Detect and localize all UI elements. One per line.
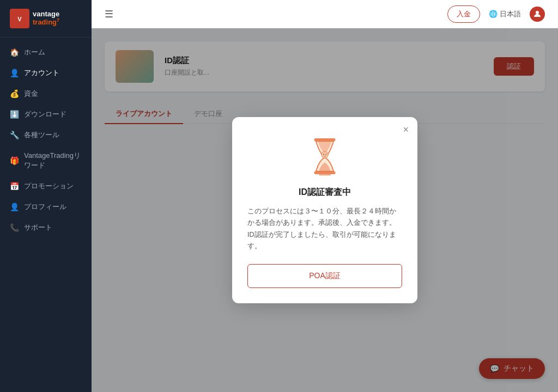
modal-close-button[interactable]: × <box>403 125 409 134</box>
sidebar-item-promotions[interactable]: 📅 プロモーション <box>0 176 92 197</box>
sidebar-logo[interactable]: V vantage trading7 <box>0 0 92 38</box>
svg-rect-8 <box>319 174 330 176</box>
sidebar-item-label: 資金 <box>24 89 38 99</box>
svg-point-7 <box>325 154 326 155</box>
globe-icon: 🌐 <box>489 10 498 18</box>
poa-button[interactable]: POA認証 <box>247 264 402 288</box>
sidebar-item-label: ダウンロード <box>24 109 66 119</box>
sidebar-item-label: アカウント <box>24 68 59 78</box>
sidebar-item-rewards[interactable]: 🎁 VantageTradingリワード <box>0 145 92 176</box>
promotions-icon: 📅 <box>10 182 19 191</box>
sidebar-item-label: サポート <box>24 223 52 232</box>
svg-text:V: V <box>17 16 22 22</box>
support-icon: 📞 <box>10 223 19 232</box>
sidebar: V vantage trading7 🏠 ホーム 👤 アカウント 💰 資金 ⬇️… <box>0 0 92 392</box>
content-area: ID認証 口座開設と取... 認証 ライブアカウント デモ口座 vantage7… <box>92 28 558 392</box>
sidebar-item-home[interactable]: 🏠 ホーム <box>0 42 92 63</box>
sidebar-nav: 🏠 ホーム 👤 アカウント 💰 資金 ⬇️ ダウンロード 🔧 各種ツール 🎁 V… <box>0 38 92 392</box>
topbar-left: ☰ <box>105 8 113 20</box>
main-area: ☰ 入金 🌐 日本語 ID認証 口座開設と取... 認証 <box>92 0 558 392</box>
sidebar-item-account[interactable]: 👤 アカウント <box>0 63 92 83</box>
svg-point-2 <box>536 11 539 14</box>
sidebar-item-profile[interactable]: 👤 プロフィール <box>0 197 92 217</box>
hourglass-icon-container <box>247 134 402 178</box>
profile-icon: 👤 <box>10 203 19 211</box>
sidebar-item-download[interactable]: ⬇️ ダウンロード <box>0 104 92 125</box>
sidebar-item-tools[interactable]: 🔧 各種ツール <box>0 125 92 145</box>
sidebar-item-label: プロモーション <box>24 181 74 191</box>
topbar-right: 入金 🌐 日本語 <box>447 5 545 23</box>
modal-overlay[interactable]: × <box>92 28 558 392</box>
logo-icon: V <box>10 9 29 28</box>
tools-icon: 🔧 <box>10 131 19 139</box>
deposit-button[interactable]: 入金 <box>447 5 480 23</box>
rewards-icon: 🎁 <box>10 156 19 165</box>
modal-title: ID認証審査中 <box>247 187 402 198</box>
logo-text: vantage trading7 <box>33 10 59 27</box>
logo-bottom: trading7 <box>33 18 59 27</box>
language-selector[interactable]: 🌐 日本語 <box>489 9 521 19</box>
sidebar-item-label: プロフィール <box>24 202 66 212</box>
id-verification-modal: × <box>232 117 417 303</box>
download-icon: ⬇️ <box>10 110 19 119</box>
sidebar-item-label: VantageTradingリワード <box>24 151 82 170</box>
funds-icon: 💰 <box>10 89 19 98</box>
sidebar-item-label: 各種ツール <box>24 130 59 140</box>
sidebar-item-support[interactable]: 📞 サポート <box>0 217 92 238</box>
svg-point-6 <box>323 154 324 155</box>
avatar[interactable] <box>530 7 545 22</box>
menu-icon[interactable]: ☰ <box>105 8 113 20</box>
svg-point-5 <box>322 151 328 158</box>
account-icon: 👤 <box>10 69 19 77</box>
home-icon: 🏠 <box>10 48 19 57</box>
sidebar-item-funds[interactable]: 💰 資金 <box>0 83 92 104</box>
sidebar-item-label: ホーム <box>24 47 45 57</box>
modal-body-text: このプロセスには３〜１０分、最長２４時間かかる場合があります。承認後、入金できま… <box>247 206 402 252</box>
hourglass-icon <box>305 134 344 178</box>
topbar: ☰ 入金 🌐 日本語 <box>92 0 558 28</box>
